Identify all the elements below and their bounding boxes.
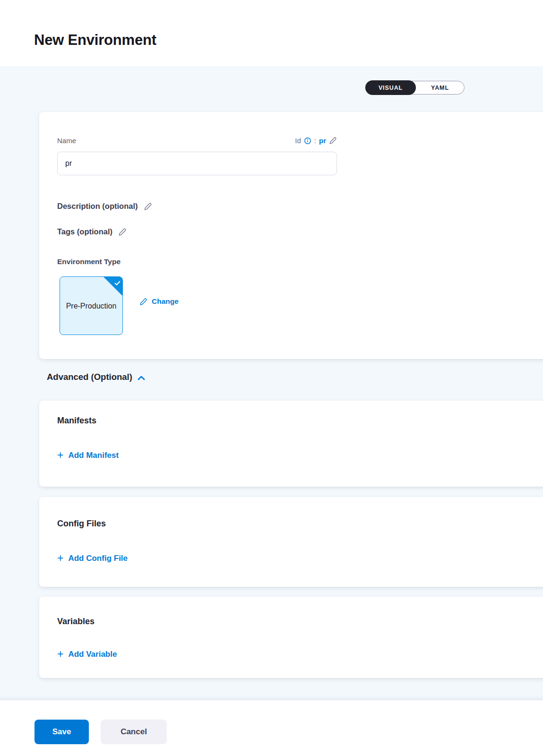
advanced-optional-label: Advanced (Optional): [47, 372, 132, 382]
tab-visual[interactable]: VISUAL: [365, 80, 416, 95]
id-value: pr: [319, 137, 326, 145]
manifests-title: Manifests: [57, 416, 96, 426]
save-button[interactable]: Save: [34, 720, 89, 744]
environment-type-label: Environment Type: [57, 258, 121, 266]
description-label: Description (optional): [57, 202, 138, 211]
tags-label: Tags (optional): [57, 227, 112, 236]
environment-details-card: Name Id : pr Description (optional) Tags…: [39, 112, 543, 359]
change-environment-type-link[interactable]: Change: [139, 297, 179, 306]
add-variable-button[interactable]: + Add Variable: [57, 650, 117, 659]
name-input[interactable]: [57, 152, 337, 175]
tags-row[interactable]: Tags (optional): [57, 227, 127, 236]
variables-card: Variables + Add Variable: [39, 597, 543, 678]
config-files-title: Config Files: [57, 519, 106, 529]
environment-type-card-preproduction[interactable]: Pre-Production: [60, 276, 123, 335]
variables-title: Variables: [57, 617, 95, 627]
cancel-button[interactable]: Cancel: [101, 720, 167, 744]
environment-type-value: Pre-Production: [61, 300, 122, 312]
plus-icon: +: [57, 554, 63, 562]
config-files-card: Config Files + Add Config File: [39, 497, 543, 587]
visual-yaml-toggle: VISUAL YAML: [365, 81, 465, 94]
add-config-file-button[interactable]: + Add Config File: [57, 554, 128, 563]
name-label: Name: [57, 137, 76, 145]
description-row[interactable]: Description (optional): [57, 202, 152, 211]
id-row: Id : pr: [295, 137, 337, 145]
id-colon: :: [314, 137, 316, 145]
edit-tags-icon[interactable]: [118, 228, 127, 236]
id-label: Id: [295, 137, 301, 145]
tab-yaml[interactable]: YAML: [416, 81, 464, 94]
edit-description-icon[interactable]: [144, 202, 152, 211]
add-manifest-label: Add Manifest: [68, 451, 119, 460]
selected-fold: [103, 277, 122, 296]
change-label: Change: [152, 297, 179, 306]
plus-icon: +: [57, 451, 63, 459]
add-manifest-button[interactable]: + Add Manifest: [57, 451, 119, 460]
name-id-row: Name Id : pr: [57, 137, 337, 145]
plus-icon: +: [57, 650, 63, 658]
chevron-up-icon: [138, 376, 145, 380]
info-icon[interactable]: [304, 137, 311, 145]
page-title: New Environment: [34, 32, 156, 49]
add-config-file-label: Add Config File: [68, 554, 128, 563]
advanced-optional-toggle[interactable]: Advanced (Optional): [47, 372, 145, 382]
check-icon: [114, 281, 121, 286]
edit-change-icon: [139, 298, 147, 306]
manifests-card: Manifests + Add Manifest: [39, 401, 543, 487]
edit-id-icon[interactable]: [329, 137, 337, 145]
add-variable-label: Add Variable: [68, 650, 117, 659]
